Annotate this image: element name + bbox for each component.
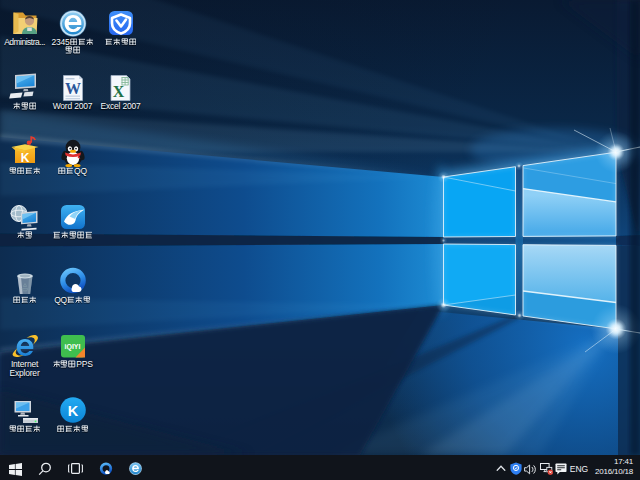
svg-text:W: W — [65, 79, 81, 96]
svg-text:K: K — [20, 151, 29, 165]
svg-text:iQIYI: iQIYI — [64, 343, 80, 351]
svg-text:K: K — [67, 403, 78, 419]
svg-text:X: X — [112, 83, 124, 100]
